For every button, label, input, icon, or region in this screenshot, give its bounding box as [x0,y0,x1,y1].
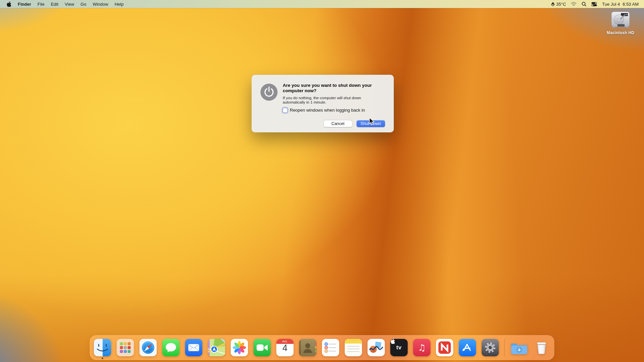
clock-time: 6:53 AM [623,2,639,7]
dialog-text: Are you sure you want to shut down your … [283,83,389,113]
wifi-icon[interactable] [571,2,577,6]
menu-help[interactable]: Help [115,2,124,7]
dock-launchpad-icon[interactable] [117,339,134,356]
dock-maps-icon[interactable] [208,339,225,356]
music-note-icon: ♫ [418,343,426,352]
dock-news-icon[interactable] [436,339,453,356]
dock-facetime-icon[interactable] [254,339,271,356]
calendar-month: JUL [276,340,294,343]
menu-edit[interactable]: Edit [51,2,58,7]
dialog-buttons: Cancel Shut Down [324,120,385,127]
dock: JUL 4 [90,335,554,360]
temperature-widget[interactable]: 35°C [551,2,566,7]
menu-window[interactable]: Window [93,2,108,7]
dock-music-icon[interactable]: ♫ [413,339,431,356]
dock-photos-icon[interactable] [231,339,248,356]
menu-finder[interactable]: Finder [18,2,31,7]
dock-trash-icon[interactable] [533,339,550,356]
dock-notes-icon[interactable] [345,339,362,356]
apple-menu[interactable] [6,1,11,7]
dialog-body: If you do nothing, the computer will shu… [283,96,374,105]
menu-view[interactable]: View [65,2,74,7]
dock-finder-icon[interactable] [94,339,111,356]
checkbox-label: Reopen windows when logging back in [290,108,365,113]
menu-bar: Finder File Edit View Go Window Help 35°… [0,0,644,8]
dock-safari-icon[interactable] [140,339,157,356]
calendar-day: 4 [276,343,294,353]
dock-downloads-folder-icon[interactable] [510,339,528,356]
dialog-title: Are you sure you want to shut down your … [283,83,383,94]
dock-tv-icon[interactable]: tv [390,339,408,356]
power-icon [260,83,278,101]
dock-messages-icon[interactable] [162,339,180,356]
dock-system-settings-icon[interactable] [482,339,499,356]
dock-appstore-icon[interactable] [459,339,476,356]
dock-contacts-icon[interactable] [299,339,317,356]
spotlight-icon[interactable] [582,2,586,6]
desktop-icon-macintosh-hd[interactable]: Macintosh HD [604,10,637,35]
flame-icon [551,2,555,6]
apple-logo-small-icon [390,339,395,344]
reopen-windows-checkbox[interactable] [283,108,287,113]
hard-drive-icon [610,10,631,29]
temperature-value: 35°C [556,2,566,7]
cancel-button[interactable]: Cancel [324,120,352,127]
dock-freeform-icon[interactable] [368,339,385,356]
mouse-cursor [369,117,375,125]
menu-bar-status: 35°C Tue Jul 4 6:53 AM [551,0,644,8]
menu-file[interactable]: File [38,2,45,7]
volume-label: Macintosh HD [607,31,634,35]
menu-go[interactable]: Go [80,2,86,7]
clock-date: Tue Jul 4 [602,2,620,7]
dock-separator [504,339,505,356]
menu-bar-left: Finder File Edit View Go Window Help [0,0,123,8]
dock-calendar-icon[interactable]: JUL 4 [276,339,294,356]
desktop-wallpaper [0,0,644,362]
running-indicator [102,358,103,359]
tv-label: tv [396,344,401,351]
dock-reminders-icon[interactable] [322,339,339,356]
apple-logo-icon [6,1,11,7]
control-center-icon[interactable] [591,2,597,6]
menu-bar-clock[interactable]: Tue Jul 4 6:53 AM [602,2,639,7]
dock-mail-icon[interactable] [185,339,203,356]
reopen-windows-checkbox-row[interactable]: Reopen windows when logging back in [283,108,389,113]
